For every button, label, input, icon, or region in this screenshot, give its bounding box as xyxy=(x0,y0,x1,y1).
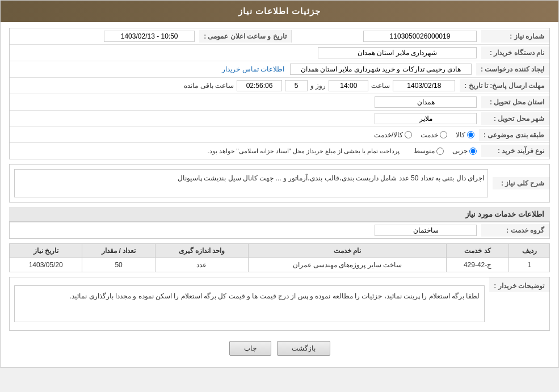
creator-row: ایجاد کننده درخواست : اطلاعات تماس خریدا… xyxy=(10,61,549,78)
description-value-box: اجرای دال بتنی به تعداد 50 عدد شامل دارب… xyxy=(10,165,493,202)
deadline-value: ساعت روز و ساعت باقی مانده xyxy=(10,78,460,94)
category-radio-kala[interactable]: کالا xyxy=(456,131,474,139)
need-number-value xyxy=(292,28,481,44)
purchase-type-radio-motavasset-input[interactable] xyxy=(436,147,444,155)
service-group-value xyxy=(10,222,481,238)
category-radio-kala-input[interactable] xyxy=(467,131,474,138)
cell-date: 1403/05/20 xyxy=(10,258,82,272)
purchase-type-label: نوع فرآیند خرید : xyxy=(481,145,549,157)
page-header: جزئیات اطلاعات نیاز xyxy=(1,1,558,22)
purchase-type-radio-jozii-input[interactable] xyxy=(469,147,477,155)
days-label-text: روز و xyxy=(310,82,326,90)
delivery-province-row: استان محل تحویل : xyxy=(10,94,549,111)
col-header-row: ردیف xyxy=(509,244,550,258)
service-info-section: اطلاعات خدمات مورد نیاز گروه خدمت : ردیف… xyxy=(9,207,550,331)
purchase-type-radio-jozii-label: جزیی xyxy=(452,147,468,155)
purchase-type-radio-jozii[interactable]: جزیی xyxy=(452,147,477,155)
creator-value: اطلاعات تماس خریدار xyxy=(10,61,476,77)
service-group-input[interactable] xyxy=(375,225,477,236)
deadline-label: مهلت ارسال پاسخ: تا تاریخ : xyxy=(460,79,549,92)
category-radio-khedmat-input[interactable] xyxy=(440,131,447,138)
remaining-label-text: ساعت باقی مانده xyxy=(184,82,234,90)
delivery-city-input[interactable] xyxy=(375,113,477,124)
buyer-notes-row: توضیحات خریدار : لطفا برگه استعلام را پر… xyxy=(10,277,549,330)
delivery-city-value xyxy=(10,111,481,127)
delivery-province-label: استان محل تحویل : xyxy=(481,96,549,108)
buyer-org-value xyxy=(10,45,481,61)
purchase-type-radio-group: جزیی متوسط پرداخت تمام یا بخشی از مبلغ خ… xyxy=(10,145,481,157)
delivery-city-label: شهر محل تحویل : xyxy=(481,112,549,125)
page-title: جزئیات اطلاعات نیاز xyxy=(238,6,321,16)
category-radio-group: کالا خدمت کالا/خدمت xyxy=(10,129,479,141)
buyer-notes-label: توضیحات خریدار : xyxy=(489,277,549,292)
col-header-code: کد خدمت xyxy=(446,244,509,258)
deadline-time-input[interactable] xyxy=(329,80,368,91)
delivery-city-row: شهر محل تحویل : xyxy=(10,111,549,127)
buyer-notes-section: توضیحات خریدار : لطفا برگه استعلام را پر… xyxy=(9,277,550,331)
time-label-text: ساعت xyxy=(371,82,390,90)
deadline-row: مهلت ارسال پاسخ: تا تاریخ : ساعت روز و س… xyxy=(10,78,549,94)
description-label: شرح کلی نیاز : xyxy=(493,177,549,189)
category-label: طبقه بندی موضوعی : xyxy=(479,129,549,141)
buttons-row: بازگشت چاپ xyxy=(9,335,550,361)
purchase-type-row: نوع فرآیند خرید : جزیی متوسط پرداخت تمام… xyxy=(10,143,549,159)
creator-input[interactable] xyxy=(290,64,472,75)
content-area: شماره نیاز : تاریخ و ساعت اعلان عمومی : … xyxy=(1,22,558,367)
contact-info-link[interactable]: اطلاعات تماس خریدار xyxy=(222,65,284,73)
buyer-org-input[interactable] xyxy=(318,47,477,58)
service-group-label: گروه خدمت : xyxy=(481,224,549,237)
deadline-remaining-input[interactable] xyxy=(237,80,282,91)
description-row: شرح کلی نیاز : اجرای دال بتنی به تعداد 5… xyxy=(10,165,549,202)
purchase-type-note: پرداخت تمام یا بخشی از مبلغ خریداز محل "… xyxy=(207,147,400,155)
service-group-row: گروه خدمت : xyxy=(10,222,549,238)
service-group-section: گروه خدمت : xyxy=(9,222,550,239)
description-section: شرح کلی نیاز : اجرای دال بتنی به تعداد 5… xyxy=(9,164,550,203)
deadline-date-input[interactable] xyxy=(393,80,455,91)
description-text: اجرای دال بتنی به تعداد 50 عدد شامل دارب… xyxy=(14,169,488,197)
purchase-type-radio-motavasset[interactable]: متوسط xyxy=(414,147,444,155)
cell-quantity: 50 xyxy=(82,258,155,272)
buyer-notes-text: لطفا برگه استعلام را پرینت نمائید، جزئیا… xyxy=(14,285,485,322)
back-button[interactable]: بازگشت xyxy=(277,341,330,356)
col-header-qty: تعداد / مقدار xyxy=(82,244,155,258)
deadline-days-input[interactable] xyxy=(285,80,308,91)
category-radio-kala-label: کالا xyxy=(456,131,465,139)
cell-unit: عدد xyxy=(155,258,248,272)
need-number-label: شماره نیاز : xyxy=(481,30,549,43)
category-radio-both-input[interactable] xyxy=(405,131,412,138)
category-radio-khedmat-label: خدمت xyxy=(421,131,438,139)
category-row: طبقه بندی موضوعی : کالا خدمت کالا/خدمت xyxy=(10,127,549,143)
service-table-header-row: ردیف کد خدمت نام خدمت واحد اندازه گیری ت… xyxy=(10,244,550,258)
buyer-org-label: نام دستگاه خریدار : xyxy=(481,47,549,59)
need-number-row: شماره نیاز : تاریخ و ساعت اعلان عمومی : xyxy=(10,28,549,45)
buyer-notes-value: لطفا برگه استعلام را پرینت نمائید، جزئیا… xyxy=(10,277,489,330)
table-row: 1 ج-42-429 ساخت سایر پروژه‌های مهندسی عم… xyxy=(10,258,550,272)
category-radio-both-label: کالا/خدمت xyxy=(374,131,403,139)
delivery-province-value xyxy=(10,94,481,110)
category-radio-khedmat[interactable]: خدمت xyxy=(421,131,447,139)
cell-name: ساخت سایر پروژه‌های مهندسی عمران xyxy=(249,258,447,272)
page-wrapper: جزئیات اطلاعات نیاز شماره نیاز : تاریخ و… xyxy=(0,0,559,368)
announce-date-input[interactable] xyxy=(104,31,195,42)
main-info-section: شماره نیاز : تاریخ و ساعت اعلان عمومی : … xyxy=(9,28,550,159)
announce-datetime-label: تاریخ و ساعت اعلان عمومی : xyxy=(199,30,292,43)
cell-code: ج-42-429 xyxy=(446,258,509,272)
cell-row: 1 xyxy=(509,258,550,272)
col-header-date: تاریخ نیاز xyxy=(10,244,82,258)
col-header-name: نام خدمت xyxy=(249,244,447,258)
category-radio-both[interactable]: کالا/خدمت xyxy=(374,131,412,139)
need-number-input[interactable] xyxy=(363,31,477,42)
service-table: ردیف کد خدمت نام خدمت واحد اندازه گیری ت… xyxy=(9,243,550,272)
buyer-org-row: نام دستگاه خریدار : xyxy=(10,45,549,61)
col-header-unit: واحد اندازه گیری xyxy=(155,244,248,258)
print-button[interactable]: چاپ xyxy=(229,341,271,356)
creator-label: ایجاد کننده درخواست : xyxy=(476,63,549,75)
purchase-type-radio-motavasset-label: متوسط xyxy=(414,147,435,155)
service-info-title: اطلاعات خدمات مورد نیاز xyxy=(9,207,550,222)
delivery-province-input[interactable] xyxy=(375,96,477,108)
announce-datetime-value xyxy=(10,28,199,44)
